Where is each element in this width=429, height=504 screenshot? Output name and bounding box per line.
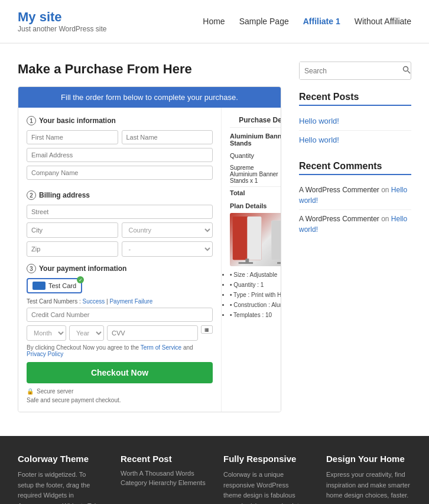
test-card-label: Test Card Numbers : [27,298,81,305]
card-option[interactable]: Test Card ✓ [27,278,82,293]
secure-text: Secure server [37,388,73,395]
nav-affiliate1[interactable]: Affiliate 1 [303,17,340,26]
cc-number-input[interactable] [27,308,213,322]
city-country-row: Country [27,222,213,238]
year-select[interactable]: Year [69,325,104,341]
country-select[interactable]: Country [122,222,213,238]
card-label: Test Card [48,282,76,289]
site-branding: My site Just another WordPress site [18,9,107,33]
lock-icon: 🔒 [27,388,34,395]
failure-link[interactable]: Payment Failure [109,298,152,305]
plan-detail-item: • Construction : Aluminium [230,300,281,310]
safe-text: Safe and secure payment checkout. [27,397,213,403]
comment-author-1: A WordPress Commenter [299,215,379,223]
comment-0: A WordPress Commenter on Hello world! [299,181,411,210]
card-details-row: Month Year ▦ [27,325,213,341]
secure-badge: 🔒 Secure server [27,388,213,395]
svg-line-10 [408,71,410,73]
total-row: Total $100.00 [230,189,281,196]
month-select[interactable]: Month [27,325,66,341]
content-wrapper: Make a Purchase From Here Fill the order… [0,44,429,424]
footer-col-title-0: Colorway Theme [18,454,103,464]
svg-rect-4 [239,262,253,264]
cvv-icon: ▦ [201,325,213,334]
comment-1: A WordPress Commenter on Hello world! [299,210,411,238]
total-label: Total [230,189,245,196]
site-tagline: Just another WordPress site [18,25,107,33]
search-icon [402,66,411,74]
plan-detail-item: • Size : Adjustable [230,270,281,280]
footer-col-text-2: Colorway is a unique responsive WordPres… [223,470,308,504]
zip-row: - [27,241,213,257]
street-input[interactable] [27,205,213,219]
terms-link[interactable]: Term of Service [141,344,181,351]
qty-row: Quantity [230,150,281,161]
terms-text: By clicking Checkout Now you agree to th… [27,344,213,357]
company-input[interactable] [27,166,213,180]
section1-num: 1 [27,116,36,125]
section3-title: 3 Your payment information [27,264,213,273]
last-name-input[interactable] [122,130,213,144]
svg-rect-2 [247,217,261,260]
comments-list: A WordPress Commenter on Hello world! A … [299,181,411,238]
footer-link-1[interactable]: Category Hierarchy Elements [121,479,206,486]
payment-section: 3 Your payment information Test Card ✓ T… [27,264,213,403]
section1-label: Your basic information [39,117,116,125]
product-name: Aluminium Banner Stands [230,133,281,147]
site-header: My site Just another WordPress site Home… [0,0,429,43]
price-row: Supreme Aluminium Banner Stands x 1 $100… [230,164,281,187]
section3-label: Your payment information [39,264,126,273]
nav-home[interactable]: Home [203,17,225,26]
success-link[interactable]: Success [82,298,105,305]
checkout-left: 1 Your basic information 2 Billing addre… [18,108,222,412]
footer-col-title-1: Recent Post [121,454,206,464]
city-input[interactable] [27,222,118,238]
sidebar: Recent Posts Hello world! Hello world! R… [299,62,411,412]
comment-author-0: A WordPress Commenter [299,186,379,194]
state-select[interactable]: - [122,241,213,257]
footer-link-0[interactable]: Worth A Thousand Words [121,470,206,477]
plan-detail-item: • Type : Print with Hardware [230,290,281,300]
recent-posts-title: Recent Posts [299,92,411,106]
section3-num: 3 [27,264,36,273]
section2-title: 2 Billing address [27,190,213,200]
privacy-link[interactable]: Privacy Policy [27,351,63,357]
recent-post-0[interactable]: Hello world! [299,112,411,131]
recent-comments-title: Recent Comments [299,161,411,175]
first-name-input[interactable] [27,130,118,144]
comment-on-1: on [381,215,391,223]
footer-col-text-0: Footer is widgetized. To setup the foote… [18,470,103,504]
recent-post-1[interactable]: Hello world! [299,131,411,149]
svg-rect-8 [277,262,281,264]
plan-image [230,213,281,266]
nav-sample-page[interactable]: Sample Page [239,17,289,26]
footer-col-title-3: Design Your Home [326,454,411,464]
footer-col-0: Colorway Theme Footer is widgetized. To … [18,454,103,504]
checkout-body: 1 Your basic information 2 Billing addre… [18,108,281,412]
checkout-header: Fill the order form below to complete yo… [18,87,281,108]
cvv-input[interactable] [107,325,198,341]
svg-rect-6 [271,221,281,260]
nav-without-affiliate[interactable]: Without Affiliate [355,17,411,26]
footer-main: Colorway Theme Footer is widgetized. To … [0,436,429,504]
recent-comments-section: Recent Comments A WordPress Commenter on… [299,161,411,238]
main-content: Make a Purchase From Here Fill the order… [18,62,281,412]
item-name: Supreme Aluminium Banner Stands x 1 [230,164,281,184]
svg-point-9 [404,67,408,72]
card-check-icon: ✓ [77,276,84,283]
zip-input[interactable] [27,241,118,257]
checkout-button[interactable]: Checkout Now [27,362,213,383]
search-input[interactable] [300,62,398,79]
email-input[interactable] [27,148,213,162]
search-button[interactable] [398,62,415,79]
footer: Colorway Theme Footer is widgetized. To … [0,436,429,504]
section1-title: 1 Your basic information [27,116,213,125]
footer-col-title-2: Fully Responsive [223,454,308,464]
checkout-right: Purchase Details Aluminium Banner Stands… [222,108,281,412]
footer-col-1: Recent Post Worth A Thousand Words Categ… [121,454,206,504]
plan-detail-item: • Quantity : 1 [230,280,281,290]
plan-detail-item: • Templates : 10 [230,310,281,320]
page-title: Make a Purchase From Here [18,62,281,77]
main-nav: Home Sample Page Affiliate 1 Without Aff… [203,17,411,26]
name-row [27,130,213,144]
